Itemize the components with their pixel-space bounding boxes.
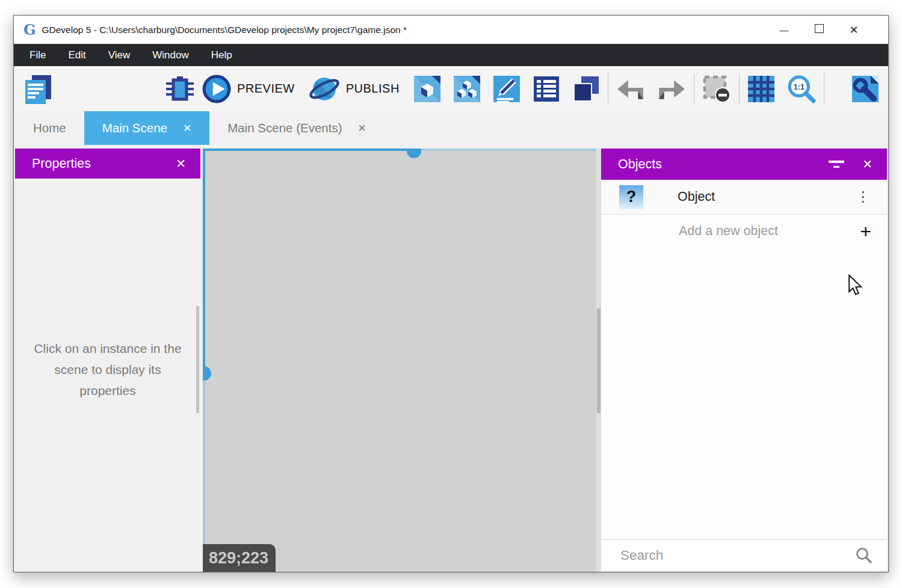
- close-tab-icon[interactable]: ✕: [183, 122, 191, 135]
- toolbar-separator: [739, 73, 740, 105]
- grid-icon: [747, 75, 776, 103]
- main-area: Properties ✕ Click on an instance in the…: [14, 145, 888, 572]
- redo-arrow-icon: [656, 75, 687, 103]
- tab-home[interactable]: Home: [15, 111, 84, 145]
- object-list-item[interactable]: ? Object ⋮: [601, 180, 887, 215]
- close-tab-icon[interactable]: ✕: [357, 122, 366, 135]
- preview-label[interactable]: PREVIEW: [237, 82, 295, 96]
- pages-icon: [22, 73, 54, 105]
- objects-search-bar: [601, 539, 887, 571]
- toolbar-separator: [694, 73, 694, 105]
- scene-canvas[interactable]: 829;223: [203, 149, 601, 572]
- tab-label: Main Scene (Events): [227, 121, 342, 135]
- objects-list: ? Object ⋮ Add a new object +: [601, 180, 887, 539]
- objects-title: Objects: [618, 157, 662, 172]
- edit-events-button[interactable]: [532, 75, 561, 103]
- close-icon[interactable]: ✕: [862, 157, 873, 171]
- properties-empty-message: Click on an instance in the scene to dis…: [27, 338, 188, 401]
- maximize-button[interactable]: [802, 24, 836, 35]
- plus-icon[interactable]: +: [860, 222, 871, 241]
- publish-label[interactable]: PUBLISH: [346, 82, 400, 96]
- open-layers-button[interactable]: [572, 75, 601, 103]
- selection-border-left: [203, 149, 205, 373]
- toolbar-separator: [824, 73, 824, 105]
- resize-handle-left[interactable]: [203, 366, 211, 381]
- object-thumbnail-icon: ?: [619, 185, 643, 209]
- add-object-row[interactable]: Add a new object +: [601, 215, 887, 248]
- redo-button[interactable]: [656, 75, 687, 103]
- publish-button[interactable]: [308, 73, 341, 105]
- wrench-icon: [851, 75, 880, 103]
- close-icon[interactable]: ✕: [176, 156, 186, 171]
- filter-icon[interactable]: [829, 161, 844, 168]
- window-controls: — ✕: [767, 23, 871, 37]
- menu-file[interactable]: File: [29, 49, 46, 61]
- desktop: G GDevelop 5 - C:\Users\charburg\Documen…: [0, 0, 902, 588]
- tab-main-scene-events[interactable]: Main Scene (Events) ✕: [209, 111, 385, 145]
- gdevelop-window: G GDevelop 5 - C:\Users\charburg\Documen…: [13, 15, 889, 572]
- open-settings-button[interactable]: [851, 75, 880, 103]
- bug-icon: [165, 75, 194, 103]
- pencil-page-icon: [492, 75, 521, 103]
- layers-icon: [572, 75, 601, 103]
- properties-body: Click on an instance in the scene to dis…: [15, 179, 200, 571]
- undo-button[interactable]: [616, 75, 646, 103]
- properties-panel: Properties ✕ Click on an instance in the…: [15, 149, 200, 571]
- zoom-original-button[interactable]: 1:1: [786, 74, 817, 104]
- filter-bar: [829, 161, 844, 163]
- search-icon[interactable]: [854, 547, 873, 565]
- objects-panel: Objects ✕ ? Object ⋮ Add a new object: [601, 149, 887, 571]
- preview-button[interactable]: [202, 74, 232, 104]
- globe-icon: [308, 73, 341, 105]
- kebab-menu-icon[interactable]: ⋮: [856, 189, 870, 205]
- properties-scrollbar[interactable]: [196, 306, 199, 413]
- edit-scene-properties-button[interactable]: [492, 75, 521, 103]
- cubes-page-icon: [453, 75, 481, 103]
- play-icon: [202, 74, 232, 104]
- filter-bar: [833, 166, 839, 168]
- objects-header: Objects ✕: [601, 149, 887, 180]
- zoom-1-1-icon: 1:1: [786, 74, 817, 104]
- menu-help[interactable]: Help: [211, 49, 232, 61]
- window-title: GDevelop 5 - C:\Users\charburg\Documents…: [42, 25, 407, 35]
- undo-arrow-icon: [616, 75, 646, 103]
- tab-main-scene[interactable]: Main Scene ✕: [84, 111, 210, 145]
- maximize-icon: [815, 24, 824, 33]
- list-icon: [532, 75, 561, 103]
- editor-tabs: Home Main Scene ✕ Main Scene (Events) ✕: [14, 111, 888, 145]
- project-manager-button[interactable]: [22, 73, 54, 105]
- title-bar: G GDevelop 5 - C:\Users\charburg\Documen…: [14, 16, 888, 44]
- toolbar-separator: [608, 73, 608, 105]
- add-object-label: Add a new object: [679, 224, 778, 239]
- selection-border-left-faded: [203, 373, 205, 572]
- mask-icon: [702, 74, 732, 104]
- toolbar: PREVIEW PUBLISH: [14, 66, 888, 111]
- menu-view[interactable]: View: [108, 49, 131, 61]
- close-button[interactable]: ✕: [836, 23, 871, 37]
- debug-button[interactable]: [165, 75, 194, 103]
- cursor-coordinates-badge: 829;223: [203, 544, 276, 572]
- selection-border-top-faded: [415, 149, 601, 151]
- menu-window[interactable]: Window: [152, 49, 188, 61]
- toggle-mask-button[interactable]: [702, 74, 732, 104]
- menu-edit[interactable]: Edit: [68, 49, 85, 61]
- search-input[interactable]: [620, 548, 854, 563]
- zoom-ratio-label: 1:1: [794, 83, 805, 91]
- gdevelop-logo-icon: G: [23, 21, 36, 38]
- properties-title: Properties: [32, 156, 91, 171]
- object-name: Object: [678, 189, 715, 204]
- edit-scene-instances-button[interactable]: [453, 75, 481, 103]
- canvas-scrollbar[interactable]: [597, 308, 601, 413]
- tab-label: Home: [33, 121, 66, 135]
- resize-handle-top[interactable]: [407, 149, 421, 158]
- minimize-button[interactable]: —: [767, 25, 802, 35]
- cube-page-icon: [413, 75, 442, 103]
- tab-label: Main Scene: [102, 121, 167, 135]
- properties-header: Properties ✕: [15, 149, 200, 179]
- selection-border-top: [203, 149, 415, 151]
- menu-bar: File Edit View Window Help: [14, 44, 888, 66]
- edit-scene-button[interactable]: [413, 75, 442, 103]
- toggle-grid-button[interactable]: [747, 75, 776, 103]
